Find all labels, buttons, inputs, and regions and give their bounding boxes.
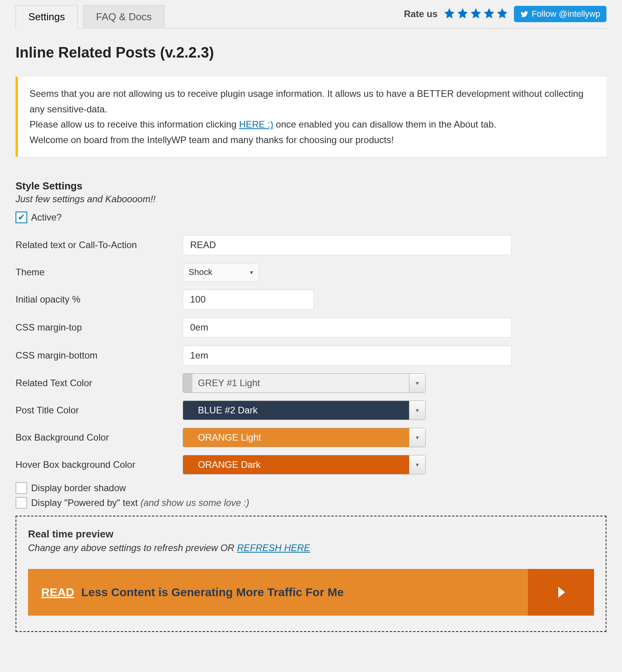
tab-faq[interactable]: FAQ & Docs xyxy=(83,5,164,29)
refresh-link[interactable]: REFRESH HERE xyxy=(237,542,310,553)
margin-bottom-input[interactable] xyxy=(183,345,512,366)
enable-tracking-link[interactable]: HERE :) xyxy=(239,119,273,130)
shadow-checkbox[interactable]: ✔ xyxy=(16,482,27,494)
notice-line: Please allow us to receive this informat… xyxy=(30,117,595,132)
tab-settings[interactable]: Settings xyxy=(16,5,78,29)
star-icon xyxy=(456,7,469,21)
color-value: ORANGE Light xyxy=(192,428,409,447)
star-icon xyxy=(443,7,456,21)
margin-bottom-label: CSS margin-bottom xyxy=(16,350,183,361)
preview-panel: Real time preview Change any above setti… xyxy=(16,516,606,632)
cta-label: Related text or Call-To-Action xyxy=(16,240,183,250)
notice-line: Seems that you are not allowing us to re… xyxy=(30,86,595,117)
color-value: ORANGE Dark xyxy=(192,455,409,474)
rate-us-label: Rate us xyxy=(404,9,438,19)
twitter-icon xyxy=(520,10,529,18)
active-checkbox[interactable]: ✔ xyxy=(16,212,27,223)
hover-bg-label: Hover Box background Color xyxy=(16,459,183,470)
theme-select[interactable]: Shock xyxy=(183,263,259,282)
title-color-label: Post Title Color xyxy=(16,405,183,416)
box-bg-label: Box Background Color xyxy=(16,432,183,443)
shadow-label: Display border shadow xyxy=(31,483,126,494)
twitter-follow-label: Follow @intellywp xyxy=(532,9,600,19)
style-settings-heading: Style Settings xyxy=(16,180,606,192)
margin-top-label: CSS margin-top xyxy=(16,322,183,333)
hover-bg-picker[interactable]: ORANGE Dark ▼ xyxy=(183,455,426,474)
preview-sub: Change any above settings to refresh pre… xyxy=(28,542,594,553)
color-swatch xyxy=(183,374,192,392)
color-swatch xyxy=(183,401,192,420)
related-color-picker[interactable]: GREY #1 Light ▼ xyxy=(183,373,426,393)
margin-top-input[interactable] xyxy=(183,317,512,338)
star-icon xyxy=(496,7,508,21)
star-rating[interactable] xyxy=(443,7,508,21)
active-label: Active? xyxy=(31,212,62,223)
theme-label: Theme xyxy=(16,267,183,278)
preview-card[interactable]: READ Less Content is Generating More Tra… xyxy=(28,569,594,616)
color-value: BLUE #2 Dark xyxy=(192,401,409,420)
color-swatch xyxy=(183,455,192,474)
preview-post-title: Less Content is Generating More Traffic … xyxy=(81,586,344,599)
box-bg-picker[interactable]: ORANGE Light ▼ xyxy=(183,428,426,447)
chevron-right-icon xyxy=(528,569,594,616)
color-value: GREY #1 Light xyxy=(192,374,409,392)
chevron-down-icon: ▼ xyxy=(409,374,425,392)
twitter-follow-button[interactable]: Follow @intellywp xyxy=(514,6,606,22)
preview-heading: Real time preview xyxy=(28,528,594,540)
powered-label: Display "Powered by" text (and show us s… xyxy=(31,497,249,508)
cta-input[interactable] xyxy=(183,235,512,255)
page-title: Inline Related Posts (v.2.2.3) xyxy=(16,44,606,61)
opacity-label: Initial opacity % xyxy=(16,294,183,305)
color-swatch xyxy=(183,428,192,447)
preview-read-badge: READ xyxy=(41,586,74,599)
chevron-down-icon: ▼ xyxy=(409,455,425,474)
related-color-label: Related Text Color xyxy=(16,378,183,388)
chevron-down-icon: ▼ xyxy=(409,401,425,420)
opacity-input[interactable] xyxy=(183,289,314,310)
star-icon xyxy=(470,7,482,21)
style-settings-sub: Just few settings and Kaboooom!! xyxy=(16,194,606,205)
tracking-notice: Seems that you are not allowing us to re… xyxy=(16,77,606,157)
notice-line: Welcome on board from the IntellyWP team… xyxy=(30,132,595,148)
star-icon xyxy=(483,7,495,21)
powered-checkbox[interactable]: ✔ xyxy=(16,497,27,509)
chevron-down-icon: ▼ xyxy=(409,428,425,447)
title-color-picker[interactable]: BLUE #2 Dark ▼ xyxy=(183,401,426,420)
